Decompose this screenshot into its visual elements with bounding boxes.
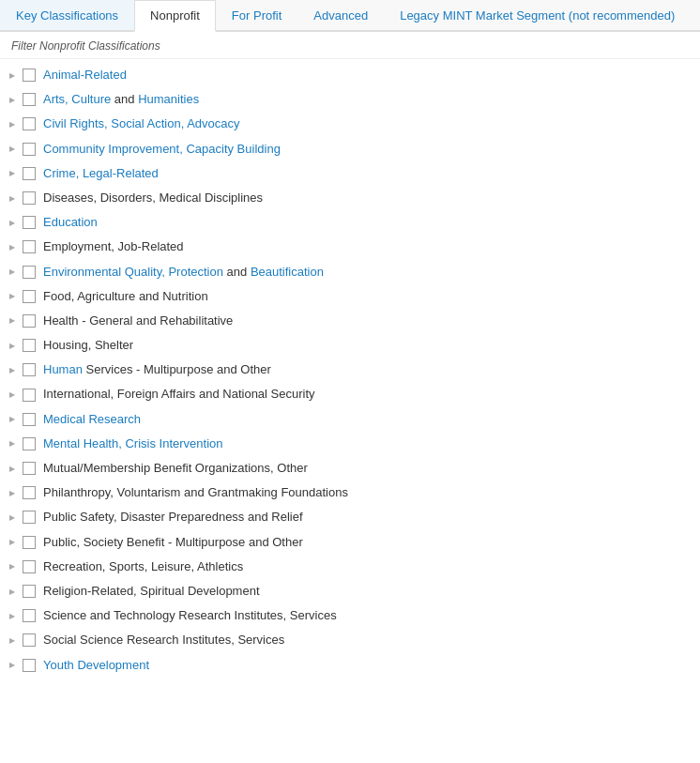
tab-advanced[interactable]: Advanced [297, 0, 384, 30]
expand-arrow-icon[interactable] [6, 266, 19, 279]
item-checkbox[interactable] [23, 633, 36, 647]
expand-arrow-icon[interactable] [6, 314, 19, 328]
expand-arrow-icon[interactable] [6, 585, 19, 598]
expand-arrow-icon[interactable] [6, 167, 19, 180]
expand-arrow-icon[interactable] [6, 413, 19, 426]
list-item[interactable]: Social Science Research Institutes, Serv… [0, 628, 700, 652]
list-item[interactable]: Health - General and Rehabilitative [0, 309, 700, 333]
item-checkbox[interactable] [23, 560, 36, 573]
item-checkbox[interactable] [23, 266, 36, 279]
expand-arrow-icon[interactable] [6, 339, 19, 352]
expand-arrow-icon[interactable] [6, 143, 19, 156]
list-item[interactable]: Mutual/Membership Benefit Organizations,… [0, 456, 700, 481]
expand-arrow-icon[interactable] [6, 117, 19, 130]
list-item[interactable]: Mental Health, Crisis Intervention [0, 432, 700, 456]
item-label: Philanthropy, Voluntarism and Grantmakin… [43, 484, 348, 501]
item-label: Education [43, 214, 98, 231]
item-checkbox[interactable] [23, 191, 36, 205]
list-item[interactable]: Public Safety, Disaster Preparedness and… [0, 505, 700, 529]
expand-arrow-icon[interactable] [6, 437, 19, 450]
expand-arrow-icon[interactable] [6, 659, 19, 672]
item-label: Science and Technology Research Institut… [43, 607, 337, 624]
list-item[interactable]: Youth Development [0, 653, 700, 678]
item-label: Animal-Related [43, 67, 127, 84]
item-label: Diseases, Disorders, Medical Disciplines [43, 190, 263, 206]
expand-arrow-icon[interactable] [6, 69, 19, 82]
filter-label: Filter Nonprofit Classifications [0, 32, 700, 59]
item-label: Youth Development [43, 657, 149, 674]
expand-arrow-icon[interactable] [6, 633, 19, 647]
item-label: Arts, Culture and Humanities [43, 91, 199, 108]
list-item[interactable]: Environmental Quality, Protection and Be… [0, 260, 700, 284]
list-item[interactable]: Religion-Related, Spiritual Development [0, 579, 700, 603]
item-label: Social Science Research Institutes, Serv… [43, 632, 284, 649]
list-item[interactable]: Medical Research [0, 407, 700, 432]
list-item[interactable]: Housing, Shelter [0, 333, 700, 358]
item-checkbox[interactable] [23, 389, 36, 402]
item-checkbox[interactable] [23, 511, 36, 524]
item-label: International, Foreign Affairs and Natio… [43, 386, 315, 403]
list-item[interactable]: Crime, Legal-Related [0, 161, 700, 186]
item-checkbox[interactable] [23, 536, 36, 549]
item-checkbox[interactable] [23, 167, 36, 180]
item-label: Recreation, Sports, Leisure, Athletics [43, 558, 243, 575]
expand-arrow-icon[interactable] [6, 93, 19, 106]
list-item[interactable]: Recreation, Sports, Leisure, Athletics [0, 555, 700, 579]
expand-arrow-icon[interactable] [6, 290, 19, 303]
expand-arrow-icon[interactable] [6, 191, 19, 205]
item-label: Health - General and Rehabilitative [43, 313, 233, 329]
item-label: Mental Health, Crisis Intervention [43, 435, 222, 452]
list-item[interactable]: Diseases, Disorders, Medical Disciplines [0, 186, 700, 210]
list-item[interactable]: International, Foreign Affairs and Natio… [0, 382, 700, 406]
tabs-container: Key ClassificationsNonprofitFor ProfitAd… [0, 0, 700, 32]
expand-arrow-icon[interactable] [6, 536, 19, 549]
list-item[interactable]: Food, Agriculture and Nutrition [0, 284, 700, 309]
item-checkbox[interactable] [23, 117, 36, 130]
list-item[interactable]: Employment, Job-Related [0, 235, 700, 259]
item-checkbox[interactable] [23, 93, 36, 106]
item-checkbox[interactable] [23, 240, 36, 253]
tab-key-classifications[interactable]: Key Classifications [0, 0, 134, 30]
expand-arrow-icon[interactable] [6, 511, 19, 524]
expand-arrow-icon[interactable] [6, 609, 19, 622]
tab-for-profit[interactable]: For Profit [216, 0, 297, 30]
tab-bar: Key ClassificationsNonprofitFor ProfitAd… [0, 0, 700, 32]
item-checkbox[interactable] [23, 143, 36, 156]
tab-nonprofit[interactable]: Nonprofit [134, 0, 216, 32]
item-checkbox[interactable] [23, 437, 36, 450]
item-checkbox[interactable] [23, 462, 36, 475]
item-label: Human Services - Multipurpose and Other [43, 361, 271, 378]
item-checkbox[interactable] [23, 216, 36, 229]
list-item[interactable]: Education [0, 210, 700, 235]
list-item[interactable]: Human Services - Multipurpose and Other [0, 358, 700, 382]
expand-arrow-icon[interactable] [6, 462, 19, 475]
expand-arrow-icon[interactable] [6, 240, 19, 253]
item-checkbox[interactable] [23, 290, 36, 303]
list-item[interactable]: Animal-Related [0, 63, 700, 87]
item-checkbox[interactable] [23, 69, 36, 82]
list-item[interactable]: Public, Society Benefit - Multipurpose a… [0, 530, 700, 555]
item-checkbox[interactable] [23, 363, 36, 376]
list-item[interactable]: Arts, Culture and Humanities [0, 87, 700, 112]
list-item[interactable]: Science and Technology Research Institut… [0, 603, 700, 628]
list-item[interactable]: Philanthropy, Voluntarism and Grantmakin… [0, 481, 700, 505]
expand-arrow-icon[interactable] [6, 389, 19, 402]
classification-list: Animal-RelatedArts, Culture and Humaniti… [0, 59, 700, 681]
item-checkbox[interactable] [23, 486, 36, 499]
item-checkbox[interactable] [23, 314, 36, 328]
item-checkbox[interactable] [23, 339, 36, 352]
item-checkbox[interactable] [23, 609, 36, 622]
item-label: Religion-Related, Spiritual Development [43, 583, 260, 600]
list-item[interactable]: Community Improvement, Capacity Building [0, 137, 700, 161]
item-checkbox[interactable] [23, 659, 36, 672]
item-checkbox[interactable] [23, 585, 36, 598]
expand-arrow-icon[interactable] [6, 363, 19, 376]
expand-arrow-icon[interactable] [6, 486, 19, 499]
list-item[interactable]: Civil Rights, Social Action, Advocacy [0, 112, 700, 136]
item-label: Housing, Shelter [43, 337, 133, 354]
expand-arrow-icon[interactable] [6, 216, 19, 229]
item-checkbox[interactable] [23, 413, 36, 426]
item-label: Civil Rights, Social Action, Advocacy [43, 115, 240, 132]
tab-legacy-mint[interactable]: Legacy MINT Market Segment (not recommen… [384, 0, 691, 30]
expand-arrow-icon[interactable] [6, 560, 19, 573]
